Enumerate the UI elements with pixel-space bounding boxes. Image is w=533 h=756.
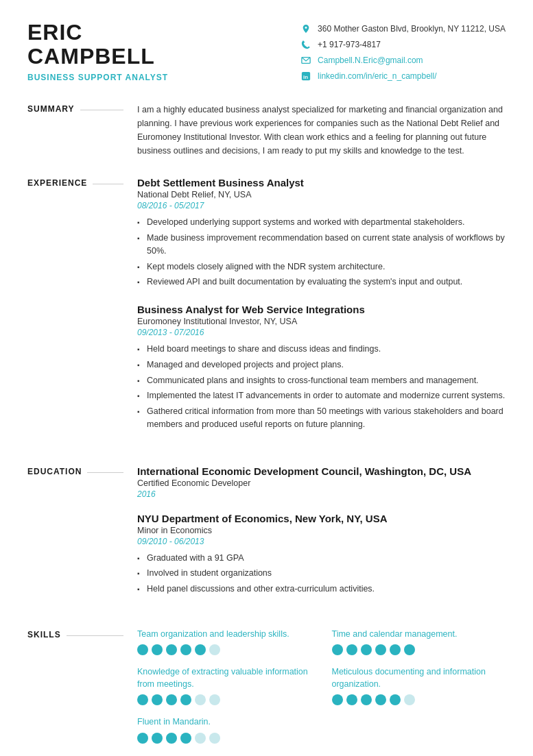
education-section: EDUCATION International Economic Develop… — [27, 465, 506, 609]
dot — [137, 733, 148, 744]
experience-divider — [93, 184, 123, 184]
svg-text:in: in — [303, 74, 308, 80]
skills-section: SKILLS Team organization and leadership … — [27, 629, 506, 744]
first-name: ERIC — [27, 20, 82, 45]
experience-section: EXPERIENCE Debt Settlement Business Anal… — [27, 177, 506, 446]
bullet: Communicated plans and insights to cross… — [137, 374, 506, 387]
bullet: Involved in student organizations — [137, 567, 506, 580]
edu-2-school: NYU Department of Economics, New York, N… — [137, 513, 506, 524]
summary-text: I am a highly educated business analyst … — [137, 103, 506, 158]
skill-5: Fluent in Mandarin. — [137, 716, 311, 744]
dot — [209, 733, 220, 744]
experience-content: Debt Settlement Business Analyst Nationa… — [137, 177, 506, 446]
education-divider — [87, 472, 123, 473]
skill-1: Team organization and leadership skills. — [137, 629, 311, 656]
resume-header: ERIC CAMPBELL BUSINESS SUPPORT ANALYST 3… — [27, 21, 506, 82]
job-2-title: Business Analyst for Web Service Integra… — [137, 304, 506, 315]
dot — [137, 644, 148, 655]
dot — [152, 644, 163, 655]
job-2: Business Analyst for Web Service Integra… — [137, 304, 506, 431]
header-name-block: ERIC CAMPBELL BUSINESS SUPPORT ANALYST — [27, 21, 168, 82]
education-label: EDUCATION — [27, 467, 82, 476]
summary-section: SUMMARY I am a highly educated business … — [27, 103, 506, 158]
job-2-dates: 09/2013 - 07/2016 — [137, 328, 506, 337]
location-icon — [301, 24, 312, 35]
edu-2-bullets: Graduated with a 91 GPA Involved in stud… — [137, 552, 506, 596]
bullet: Implemented the latest IT advancements i… — [137, 389, 506, 402]
skill-3: Knowledge of extracting valuable informa… — [137, 666, 311, 705]
dot — [152, 694, 163, 705]
last-name: CAMPBELL — [27, 44, 155, 69]
email-icon — [301, 56, 312, 66]
bullet: Graduated with a 91 GPA — [137, 552, 506, 565]
bullet: Held panel discussions and other extra-c… — [137, 583, 506, 596]
dot — [375, 694, 386, 705]
dot — [180, 694, 191, 705]
dot — [332, 694, 343, 705]
dot — [361, 644, 372, 655]
job-1: Debt Settlement Business Analyst Nationa… — [137, 177, 506, 289]
job-2-company: Euromoney Institutional Investor, NY, US… — [137, 317, 506, 326]
skill-5-dots — [137, 733, 311, 744]
edu-1-school: International Economic Development Counc… — [137, 465, 506, 477]
skills-content: Team organization and leadership skills.… — [137, 629, 506, 744]
skill-4: Meticulous documenting and information o… — [332, 666, 506, 705]
skill-3-name: Knowledge of extracting valuable informa… — [137, 666, 311, 690]
summary-content: I am a highly educated business analyst … — [137, 103, 506, 158]
contact-address: 360 Mother Gaston Blvd, Brooklyn, NY 112… — [301, 23, 506, 35]
contact-linkedin: in linkedin.com/in/eric_n_campbell/ — [301, 71, 506, 82]
dot — [404, 694, 415, 705]
skill-3-dots — [137, 694, 311, 705]
bullet: Kept models closely aligned with the NDR… — [137, 260, 506, 273]
dot — [180, 644, 191, 655]
contact-block: 360 Mother Gaston Blvd, Brooklyn, NY 112… — [301, 23, 506, 82]
dot — [166, 733, 177, 744]
skill-2: Time and calendar management. — [332, 629, 506, 656]
bullet: Held board meetings to share and discuss… — [137, 343, 506, 356]
summary-label: SUMMARY — [27, 104, 75, 114]
edu-2-dates: 09/2010 - 06/2013 — [137, 537, 506, 546]
job-2-bullets: Held board meetings to share and discuss… — [137, 343, 506, 431]
edu-1-dates: 2016 — [137, 489, 506, 499]
dot — [195, 733, 206, 744]
dot — [346, 644, 357, 655]
education-label-col: EDUCATION — [27, 465, 123, 609]
job-1-company: National Debt Relief, NY, USA — [137, 190, 506, 199]
dot — [404, 644, 415, 655]
summary-label-col: SUMMARY — [27, 103, 123, 158]
dot — [195, 694, 206, 705]
bullet: Managed and developed projects and proje… — [137, 358, 506, 371]
skill-1-dots — [137, 644, 311, 655]
dot — [390, 694, 401, 705]
dot — [209, 694, 220, 705]
job-1-bullets: Developed underlying support systems and… — [137, 216, 506, 289]
dot — [346, 694, 357, 705]
dot — [332, 644, 343, 655]
edu-1-degree: Certified Economic Developer — [137, 478, 506, 488]
email-text: Campbell.N.Eric@gmail.com — [318, 55, 423, 66]
linkedin-text: linkedin.com/in/eric_n_campbell/ — [318, 71, 436, 82]
job-1-dates: 08/2016 - 05/2017 — [137, 201, 506, 210]
skill-2-name: Time and calendar management. — [332, 629, 506, 641]
dot — [195, 644, 206, 655]
summary-divider — [80, 110, 123, 110]
job-1-title: Debt Settlement Business Analyst — [137, 177, 506, 188]
dot — [361, 694, 372, 705]
dot — [209, 644, 220, 655]
skill-2-dots — [332, 644, 506, 655]
dot — [166, 694, 177, 705]
phone-icon — [301, 40, 312, 51]
phone-text: +1 917-973-4817 — [318, 39, 381, 51]
skills-label-col: SKILLS — [27, 629, 123, 744]
bullet: Gathered critical information from more … — [137, 405, 506, 431]
skill-4-name: Meticulous documenting and information o… — [332, 666, 506, 690]
dot — [137, 694, 148, 705]
dot — [152, 733, 163, 744]
dot — [180, 733, 191, 744]
contact-phone: +1 917-973-4817 — [301, 39, 506, 51]
address-text: 360 Mother Gaston Blvd, Brooklyn, NY 112… — [318, 23, 506, 35]
job-title: BUSINESS SUPPORT ANALYST — [27, 73, 168, 82]
skill-1-name: Team organization and leadership skills. — [137, 629, 311, 641]
full-name: ERIC CAMPBELL — [27, 21, 168, 69]
dot — [375, 644, 386, 655]
